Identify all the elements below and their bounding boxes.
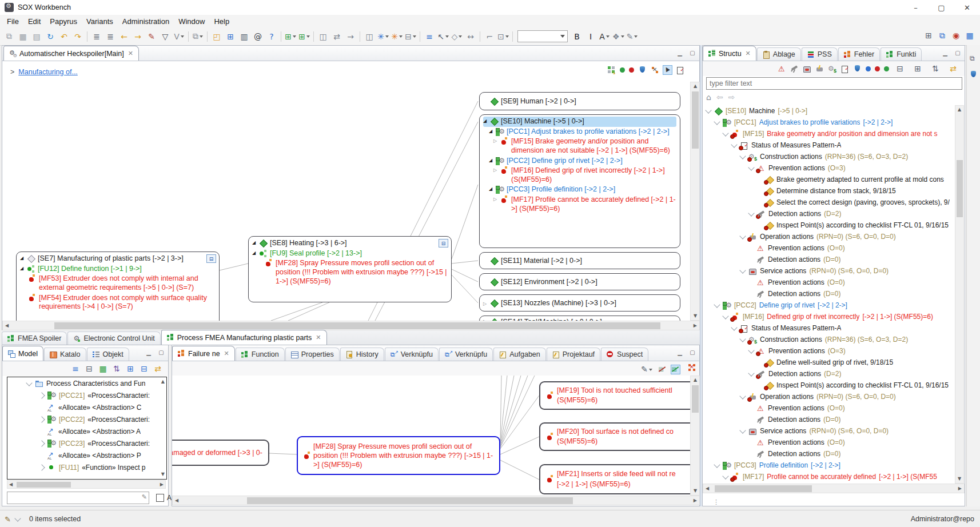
chevron-right-icon[interactable] [38,416,45,422]
failure-vscrollbar[interactable]: ▲ ▼ [690,376,700,496]
node-mf54[interactable]: [MF54] Extruder does not comply with sur… [20,293,216,312]
sync-icon[interactable]: ⇄ [151,362,165,375]
node-row-mf[interactable]: ▷[MF17] Profile cannot be accurately def… [483,195,676,214]
case-sensitive-checkbox[interactable] [156,494,164,502]
tab-function[interactable]: Function [236,348,285,361]
chevron-down-icon[interactable] [26,380,32,386]
expander-icon[interactable]: ◢ [489,157,496,163]
structure-tree[interactable]: [SE10]Machine[->5 | 0->][PCC1]Adjust bra… [704,105,955,494]
validate-button[interactable]: V [172,30,186,43]
maximize-view-icon[interactable]: ▢ [157,348,166,356]
close-button[interactable]: ✕ [954,1,980,15]
net-delete-icon[interactable] [687,363,696,372]
expander-icon[interactable]: ▷ [493,166,500,173]
structure-tree-row[interactable]: [MF16]Defined grip of rivet incorrectly[… [704,311,955,322]
disconnect-icon[interactable] [651,66,659,74]
chevron-down-icon[interactable] [722,473,728,479]
tab-pss[interactable]: PSS [802,47,838,61]
list-button[interactable]: ≡ [423,30,436,43]
forward-icon[interactable]: ⇨ [728,93,735,102]
tab-aufgaben[interactable]: Aufgaben [493,348,546,361]
structure-tree-row[interactable]: Prevention actions(O=0) [704,402,955,414]
layout-icon[interactable] [607,66,616,74]
pointer-tool-button[interactable]: ↖ [436,30,450,43]
goto-button[interactable]: → [344,30,357,43]
structure-tree-row[interactable]: Service actions(RPN=0) (S=6, O=0, D=0) [704,425,955,437]
copy-structure-button[interactable]: ◫ [316,30,330,43]
tab-objekt[interactable]: Objekt [87,348,129,361]
model-tree-row[interactable]: [PCC21]«ProcessCharacteri: [7,389,166,401]
chevron-down-icon[interactable] [722,313,728,319]
collapse-level-button[interactable]: ≣ [103,30,117,43]
dot-green-icon[interactable] [620,67,625,73]
tab-fehler[interactable]: Fehler [838,47,880,61]
link-editor-button[interactable]: ⧉ [935,29,949,42]
chevron-down-icon[interactable] [748,210,754,216]
minimize-view-icon[interactable]: ▁ [675,49,684,57]
structure-tree-row[interactable]: Status of Measures Pattern-A [704,139,955,151]
node-row-pcc[interactable]: ◢[PCC2] Define grip of rivet [->2 | 2->] [483,156,676,166]
menu-item-help[interactable]: Help [209,16,234,27]
bold-button[interactable]: B [570,30,584,43]
forward-button[interactable]: → [131,30,145,43]
editor-hscrollbar[interactable]: ◀ ▶ [2,321,700,330]
link-icon[interactable] [671,365,680,374]
tab-verkn-pfu[interactable]: Verknüpfu [439,348,493,361]
menu-item-window[interactable]: Window [174,16,209,27]
diamond-tool-button[interactable]: ◇ [450,30,464,43]
perspective-button[interactable]: ▦ [963,29,977,42]
scroll-up-icon[interactable]: ▲ [161,380,165,384]
expander-icon[interactable]: ◢ [489,185,496,192]
structure-tree-row[interactable]: Construction actions(RPN=36) (S=6, O=3, … [704,334,955,345]
model-tree[interactable]: Process Characteristics and Fun[PCC21]«P… [7,377,167,480]
structure-tree-row[interactable]: Define well-suited grip of rivet, 9/18/1… [704,357,955,368]
new-matrix-button[interactable]: ⊞ [297,30,311,43]
tab-funkti[interactable]: Funkti [881,47,922,61]
chevron-down-icon[interactable] [748,370,754,376]
undo-button[interactable]: ↶ [57,30,71,43]
collapse-node-icon[interactable]: ⊟ [439,239,448,247]
select-mode-icon[interactable] [663,66,672,74]
tab-katalo[interactable]: Katalo [44,348,86,361]
fill-color-button[interactable]: ❖ [611,30,626,43]
chevron-down-icon[interactable] [722,130,728,136]
structure-tree-row[interactable]: [PCC1]Adjust brakes to profile variation… [704,117,955,128]
shield-icon[interactable] [853,65,862,73]
close-icon[interactable]: ✕ [224,350,229,357]
menu-item-edit[interactable]: Edit [23,16,45,27]
failure-net-canvas[interactable]: lamaged or deformed [->3 | 0- [MF28] Spr… [172,376,691,496]
transfer-button[interactable]: ⇄ [330,30,344,43]
structure-tree-row[interactable]: [SE10]Machine[->5 | 0->] [704,105,955,117]
chevron-right-icon[interactable] [38,464,45,470]
chevron-down-icon[interactable] [739,233,746,239]
collapse-all-icon[interactable]: ⊟ [893,62,907,75]
node-row-pcc[interactable]: ◢[PCC3] Profile definition [->2 | 2->] [483,185,676,195]
sort-icon[interactable]: ⇅ [929,62,942,75]
unlink-icon[interactable] [658,365,667,374]
model-tree-row[interactable]: [FU11]«Function» Inspect p [7,461,166,473]
mail-button[interactable]: @ [251,30,265,43]
structure-tree-row[interactable]: Inspect Point(s) according to checklist … [704,219,955,231]
tab-automatischer-heckspoiler[interactable]: Automatischer Heckspoiler[Main] ✕ [3,46,139,61]
menu-item-administration[interactable]: Administration [118,16,174,27]
close-icon[interactable]: ✕ [316,334,321,341]
dot-green-icon[interactable] [884,66,889,71]
failure-hscrollbar[interactable]: ◀ ▶ [172,496,700,505]
tab-verkn-pfu[interactable]: Verknüpfu [385,348,439,361]
home-icon[interactable]: ⌂ [706,93,711,102]
filter-button[interactable]: ▽ [158,30,172,43]
sync-icon[interactable]: ⇄ [946,62,960,75]
model-tree-row[interactable]: «Allocate» <Abstraction> A [7,425,166,437]
node-damaged-partial[interactable]: lamaged or deformed [->3 | 0- [172,440,269,466]
expand-all-icon[interactable]: ⊞ [124,362,137,375]
close-icon[interactable]: ✕ [128,50,133,57]
structure-tree-row[interactable]: [PCC3]Profile definition[->2 | 2->] [704,460,955,471]
fmea-structure-canvas[interactable]: [SE9] Human [->2 | 0->] ◢ [SE10] Machine… [2,82,691,321]
model-search-input[interactable] [7,492,149,504]
maximize-view-icon[interactable]: ▢ [688,348,697,356]
editor-vscrollbar[interactable]: ▲ ▼ [690,82,700,321]
scroll-down-icon[interactable]: ▼ [161,472,165,477]
chevron-down-icon[interactable] [714,301,720,308]
minimize-button[interactable]: – [903,1,929,15]
detection-icon[interactable] [790,65,799,73]
